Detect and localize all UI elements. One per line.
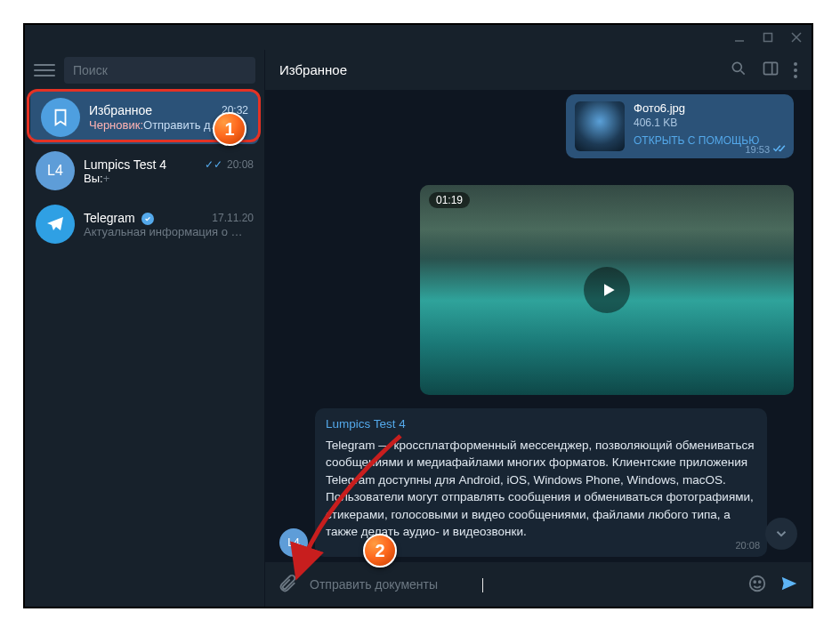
chat-item-telegram[interactable]: Telegram 17.11.20 Актуальная информация … (25, 197, 264, 251)
compose-bar: Отправить документы (265, 562, 812, 607)
text-caret (482, 578, 483, 592)
svg-rect-6 (764, 62, 778, 74)
svg-point-8 (750, 576, 765, 591)
you-label: Вы: (84, 172, 103, 185)
chat-name: Избранное (89, 103, 152, 117)
chat-name: Telegram (84, 211, 154, 225)
svg-point-9 (754, 581, 755, 583)
message-video[interactable]: 01:19 (420, 185, 794, 395)
chat-preview: Отправить д… (143, 118, 222, 132)
message-time: 20:08 (735, 539, 760, 553)
send-button[interactable] (779, 574, 799, 596)
chat-avatar: L4 (36, 151, 75, 190)
scroll-to-bottom-button[interactable] (765, 518, 797, 550)
chat-name: Lumpics Test 4 (84, 157, 166, 172)
search-input[interactable]: Поиск (64, 57, 255, 84)
chat-preview: + (103, 172, 110, 185)
file-name: Фото6.jpg (634, 101, 785, 115)
svg-line-5 (741, 71, 745, 75)
svg-point-4 (732, 62, 741, 71)
window-minimize-button[interactable] (731, 29, 747, 45)
message-input[interactable]: Отправить документы (310, 577, 735, 592)
svg-rect-1 (764, 34, 772, 42)
chat-time: ✓✓ 20:08 (205, 158, 254, 171)
read-checks-icon (772, 144, 787, 155)
message-body: Telegram — кроссплатформенный мессенджер… (326, 437, 756, 541)
sidebar: Поиск Избранное 20:32 Черновик: (25, 50, 265, 607)
search-icon[interactable] (730, 60, 747, 80)
bookmark-icon (41, 98, 80, 137)
messages-area[interactable]: Фото6.jpg 406.1 KB ОТКРЫТЬ С ПОМОЩЬЮ 19:… (265, 91, 812, 562)
chat-item-lumpics-test-4[interactable]: L4 Lumpics Test 4 ✓✓ 20:08 Вы: + (25, 144, 264, 197)
chat-time: 17.11.20 (212, 212, 254, 224)
window-close-button[interactable] (788, 29, 804, 45)
read-checks-icon: ✓✓ (205, 158, 222, 171)
chat-time: 20:32 (222, 104, 248, 117)
more-menu-button[interactable] (794, 62, 797, 78)
chat-list: Избранное 20:32 Черновик: Отправить д… (25, 91, 264, 607)
file-thumbnail (575, 101, 625, 151)
menu-button[interactable] (34, 60, 55, 81)
emoji-icon[interactable] (747, 574, 767, 596)
chat-header: Избранное (265, 50, 812, 91)
window-maximize-button[interactable] (760, 29, 776, 45)
file-size: 406.1 KB (634, 117, 785, 129)
panel-toggle-icon[interactable] (762, 60, 779, 80)
svg-point-10 (759, 581, 761, 583)
telegram-icon (36, 205, 75, 244)
chat-preview: Актуальная информация о … (84, 225, 243, 238)
forwarded-from-label[interactable]: Lumpics Test 4 (326, 415, 756, 433)
verified-badge-icon (141, 213, 154, 225)
play-button[interactable] (584, 267, 630, 313)
video-duration: 01:19 (429, 192, 470, 208)
chat-item-saved-messages[interactable]: Избранное 20:32 Черновик: Отправить д… (30, 91, 259, 144)
chat-panel: Избранное Фото6.jpg 406.1 KB (265, 50, 812, 607)
message-file[interactable]: Фото6.jpg 406.1 KB ОТКРЫТЬ С ПОМОЩЬЮ 19:… (566, 94, 794, 158)
message-avatar[interactable]: L4 (279, 528, 308, 557)
draft-label: Черновик: (89, 118, 143, 132)
message-time: 19:53 (745, 144, 770, 155)
attach-icon[interactable] (278, 574, 297, 596)
message-text[interactable]: Lumpics Test 4 Telegram — кроссплатформе… (315, 408, 767, 557)
window-titlebar (25, 25, 812, 50)
pin-icon (228, 117, 240, 133)
chat-header-title[interactable]: Избранное (279, 62, 715, 77)
